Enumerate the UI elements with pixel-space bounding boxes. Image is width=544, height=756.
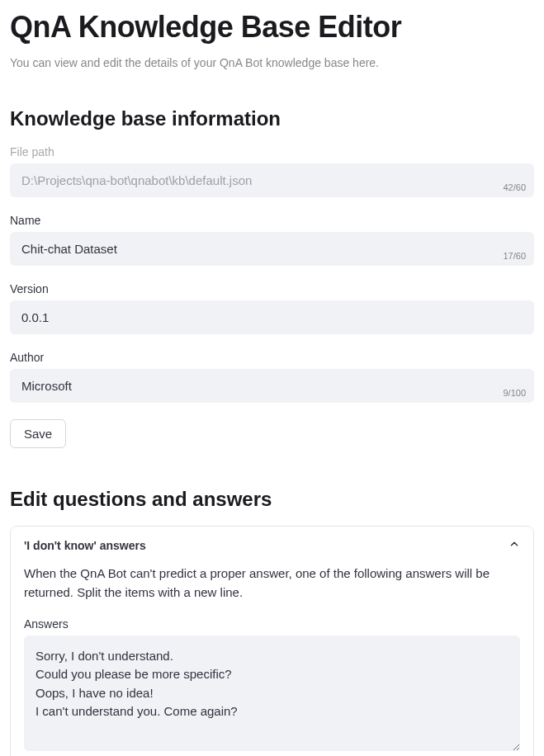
idk-expander: 'I don't know' answers When the QnA Bot …: [10, 526, 534, 756]
idk-expander-title: 'I don't know' answers: [24, 539, 146, 552]
kb-info-heading: Knowledge base information: [10, 107, 534, 130]
qa-edit-heading: Edit questions and answers: [10, 488, 534, 511]
chevron-up-icon: [509, 538, 520, 552]
idk-expander-header[interactable]: 'I don't know' answers: [11, 527, 533, 564]
file-path-counter: 42/60: [503, 182, 526, 192]
version-label: Version: [10, 282, 534, 295]
author-label: Author: [10, 351, 534, 364]
author-input[interactable]: [10, 369, 534, 403]
save-kb-button[interactable]: Save: [10, 419, 66, 448]
idk-description: When the QnA Bot can't predict a proper …: [24, 564, 520, 602]
version-input[interactable]: [10, 300, 534, 334]
answers-textarea[interactable]: [24, 636, 520, 752]
name-input[interactable]: [10, 232, 534, 266]
name-counter: 17/60: [503, 251, 526, 261]
file-path-input: [10, 163, 534, 197]
author-counter: 9/100: [503, 388, 526, 398]
name-label: Name: [10, 214, 534, 227]
file-path-label: File path: [10, 145, 534, 158]
answers-label: Answers: [24, 617, 520, 631]
page-title: QnA Knowledge Base Editor: [10, 10, 534, 45]
page-subtitle: You can view and edit the details of you…: [10, 56, 534, 69]
